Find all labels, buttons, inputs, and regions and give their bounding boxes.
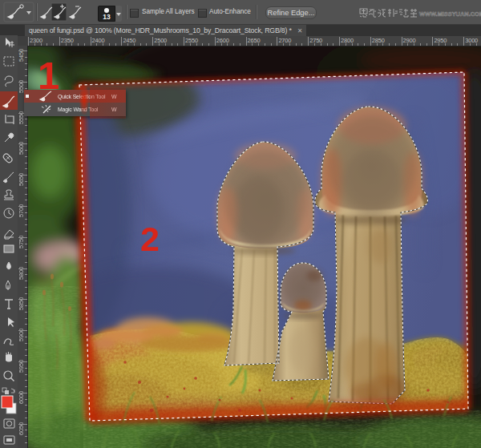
svg-text:2: 2	[140, 220, 160, 258]
